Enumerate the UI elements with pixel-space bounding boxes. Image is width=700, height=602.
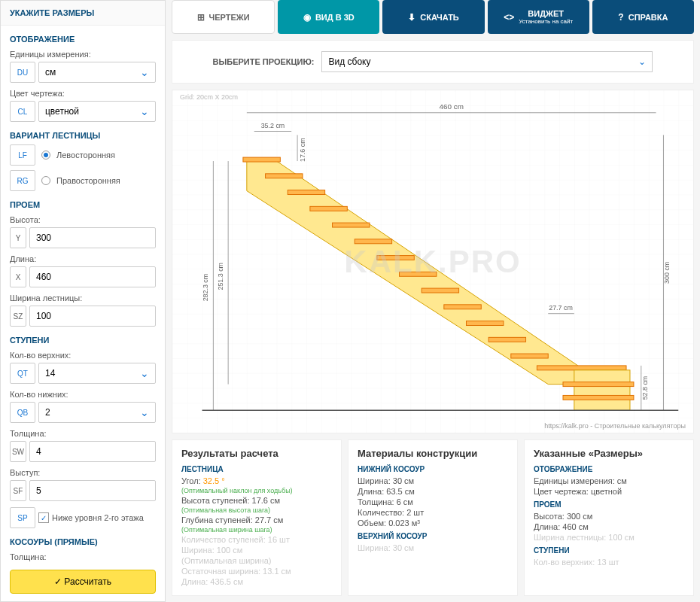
svg-text:27.7 cm: 27.7 cm [549,304,573,312]
section-stringers: КОСОУРЫ (ПРЯМЫЕ) [10,537,156,546]
drawing-canvas: Grid: 20cm X 20cm KALK.PRO 460 cm 35.2 c… [172,90,694,433]
svg-rect-21 [288,190,324,195]
height-label: Высота: [10,215,156,224]
results-col3: Указанные «Размеры» ОТОБРАЖЕНИЕ Единицы … [524,439,694,596]
rise-line: Высота ступеней: 17.6 см [181,496,332,505]
length-input[interactable] [29,266,156,287]
over-prefix: SF [10,480,26,501]
over-label: Выступ: [10,468,156,477]
thick-prefix: SW [10,441,26,462]
units-label: Единицы измерения: [10,50,156,59]
sp-label: Ниже уровня 2-го этажа [52,513,156,522]
projection-select[interactable]: Вид сбоку [321,51,653,72]
col2-sec1: НИЖНИЙ КОСОУР [358,465,508,473]
tab-download[interactable]: ⬇СКАЧАТЬ [382,0,484,34]
width-note: (Оптимальная ширина) [181,556,332,565]
col3-sec1: ОТОБРАЖЕНИЕ [534,465,684,473]
radio-right[interactable] [41,176,50,185]
width-prefix: SZ [10,306,26,327]
going-line: Глубина ступеней: 27.7 см [181,515,332,524]
section-variant: ВАРИАНТ ЛЕСТНИЦЫ [10,131,156,140]
c2-v: Объем: 0.023 м³ [358,518,508,528]
height-prefix: Y [10,227,26,248]
cube-icon: ◉ [303,12,311,23]
units-select[interactable]: см [38,62,156,83]
color-prefix: CL [10,101,35,122]
width-input[interactable] [29,306,156,327]
width-line: Ширина: 100 см [181,546,332,555]
c3-w: Ширина лестницы: 100 см [534,533,684,542]
svg-rect-22 [310,206,347,211]
color-select[interactable]: цветной [38,101,156,122]
svg-rect-29 [466,321,503,326]
col3-title: Указанные «Размеры» [534,448,684,459]
svg-rect-33 [574,370,630,410]
projection-label: ВЫБЕРИТЕ ПРОЕКЦИЮ: [213,57,315,66]
col1-title: Результаты расчета [181,448,332,459]
c2-w2: Ширина: 30 см [358,543,508,552]
c2-w: Ширина: 30 см [358,476,508,485]
tab-view3d-label: ВИД В 3D [315,13,355,22]
tab-drawings-label: ЧЕРТЕЖИ [209,13,250,22]
variant-left-prefix: LF [10,144,35,166]
radio-left-label: Левосторонняя [56,150,115,160]
svg-text:282.3 cm: 282.3 cm [202,274,209,302]
length-label: Длина: [10,254,156,263]
going-note: (Оптимальная ширина шага) [181,526,332,534]
variant-right-prefix: RG [10,170,35,191]
section-display: ОТОБРАЖЕНИЕ [10,35,156,44]
stringer-thick-label: Толщина: [10,552,156,561]
col3-sec2: ПРОЕМ [534,500,684,509]
sp-checkbox[interactable]: ✓ [38,512,49,523]
toolbar: ⊞ЧЕРТЕЖИ ◉ВИД В 3D ⬇СКАЧАТЬ <>ВИДЖЕТУста… [166,0,700,34]
qbot-select[interactable]: 2 [38,402,156,423]
sidebar-header: УКАЖИТЕ РАЗМЕРЫ [1,1,165,26]
watermark: KALK.PRO [344,244,521,280]
tab-download-label: СКАЧАТЬ [420,13,459,22]
angle-note: (Оптимальный наклон для ходьбы) [181,487,332,494]
tab-widget-label: ВИДЖЕТ [528,9,564,18]
svg-text:251.3 cm: 251.3 cm [217,263,224,290]
thick-input[interactable] [29,441,156,462]
sidebar: УКАЖИТЕ РАЗМЕРЫ ОТОБРАЖЕНИЕ Единицы изме… [0,0,166,602]
length-line: Длина: 436.5 см [181,577,332,586]
tab-widget-sub: Установить на сайт [519,18,573,25]
over-input[interactable] [29,480,156,501]
tab-drawings[interactable]: ⊞ЧЕРТЕЖИ [172,0,275,34]
svg-rect-19 [243,157,280,162]
rise-note: (Оптимальная высота шага) [181,506,332,514]
code-icon: <> [504,12,514,23]
tab-view3d[interactable]: ◉ВИД В 3D [278,0,379,34]
radio-right-label: Правосторонняя [56,176,120,185]
section-steps: СТУПЕНИ [10,336,156,345]
width-label: Ширина лестницы: [10,293,156,303]
results-col1: Результаты расчета ЛЕСТНИЦА Угол: 32.5 °… [172,439,342,596]
col1-sec1: ЛЕСТНИЦА [181,465,332,473]
qtop-label: Кол-во верхних: [10,351,156,360]
col2-title: Материалы конструкции [358,448,508,459]
col2-sec2: ВЕРХНИЙ КОСОУР [358,532,508,540]
radio-left[interactable] [41,150,50,160]
remain-line: Остаточная ширина: 13.1 см [181,567,332,576]
angle-line: Угол: 32.5 ° [181,476,332,485]
qtop-select[interactable]: 14 [38,363,156,384]
sp-prefix: SP [10,507,35,528]
main: ⊞ЧЕРТЕЖИ ◉ВИД В 3D ⬇СКАЧАТЬ <>ВИДЖЕТУста… [166,0,700,602]
calculate-button[interactable]: ✓ Рассчитать [10,570,156,594]
tab-widget[interactable]: <>ВИДЖЕТУстановить на сайт [488,0,589,34]
svg-text:460 cm: 460 cm [440,102,464,111]
projection-row: ВЫБЕРИТЕ ПРОЕКЦИЮ: Вид сбоку [172,40,694,84]
help-icon: ? [618,12,623,23]
svg-rect-34 [563,382,634,387]
svg-rect-35 [563,395,634,400]
qbot-label: Кол-во нижних: [10,390,156,399]
download-icon: ⬇ [408,12,415,23]
svg-text:35.2 cm: 35.2 cm [261,122,285,129]
height-input[interactable] [29,227,156,248]
sidebar-body: ОТОБРАЖЕНИЕ Единицы измерения: DU см Цве… [1,26,165,562]
c2-t: Толщина: 6 см [358,497,508,506]
c3-qt: Кол-во верхних: 13 шт [534,558,684,567]
qbot-prefix: QB [10,402,35,423]
tab-help[interactable]: ?СПРАВКА [592,0,694,34]
svg-rect-27 [422,288,458,293]
